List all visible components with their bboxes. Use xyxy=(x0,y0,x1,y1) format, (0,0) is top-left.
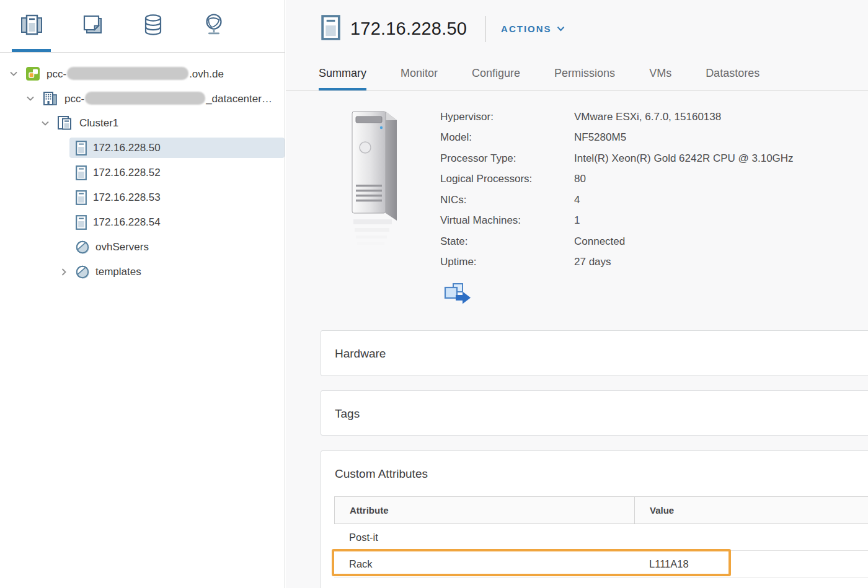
networking-tab[interactable] xyxy=(201,13,227,39)
spec-row: State:Connected xyxy=(440,231,794,252)
chevron-down-icon[interactable] xyxy=(8,68,19,79)
spec-row: Hypervisor:VMware ESXi, 6.7.0, 15160138 xyxy=(440,107,794,128)
spec-label: Logical Processors: xyxy=(440,173,574,185)
spec-row: Logical Processors:80 xyxy=(440,169,794,190)
spec-label: Uptime: xyxy=(440,256,574,268)
tree-item-templates[interactable]: templates xyxy=(0,260,285,284)
spec-label: State: xyxy=(440,235,574,248)
spec-value: 4 xyxy=(574,194,580,206)
tree-item-host-54[interactable]: 172.16.228.54 xyxy=(0,210,285,235)
chevron-right-icon[interactable] xyxy=(58,266,69,278)
table-header-row: Attribute Value xyxy=(334,496,868,524)
tree-item-label: 172.16.228.50 xyxy=(93,142,161,154)
tree-item-label: templates xyxy=(95,266,141,278)
chevron-down-icon[interactable] xyxy=(40,118,51,129)
vcenter-icon xyxy=(25,66,40,81)
host-icon xyxy=(76,141,87,156)
detail-pane: 172.16.228.50 ACTIONS Summary Monitor Co… xyxy=(286,0,868,588)
vms-and-templates-icon xyxy=(80,12,105,40)
inventory-tree: pcc-.ovh.de xyxy=(0,53,285,284)
column-header-value[interactable]: Value xyxy=(635,505,868,516)
tree-item-label: 172.16.228.52 xyxy=(93,167,161,179)
spec-row: NICs:4 xyxy=(440,190,794,211)
table-row-empty xyxy=(334,577,868,588)
spec-label: Hypervisor: xyxy=(440,111,574,123)
spec-value: 1 xyxy=(574,214,580,227)
tree-item-ovhservers[interactable]: ovhServers xyxy=(0,235,285,260)
hardware-panel-title: Hardware xyxy=(321,331,868,361)
tree-item-cluster[interactable]: Cluster1 xyxy=(0,111,285,136)
host-icon xyxy=(76,215,87,230)
value-cell: L111A18 xyxy=(634,558,868,570)
spec-label: Virtual Machines: xyxy=(440,214,574,227)
tab-monitor[interactable]: Monitor xyxy=(401,56,438,90)
vms-and-templates-tab[interactable] xyxy=(79,13,105,39)
spec-row: Model:NF5280M5 xyxy=(440,128,794,149)
tab-permissions[interactable]: Permissions xyxy=(554,56,615,90)
tree-item-label: 172.16.228.54 xyxy=(93,216,161,229)
header-divider xyxy=(485,16,486,42)
tab-datastores[interactable]: Datastores xyxy=(706,56,760,90)
custom-attributes-title: Custom Attributes xyxy=(321,451,868,481)
tree-item-label: ovhServers xyxy=(95,241,149,253)
spec-label: Processor Type: xyxy=(440,152,574,165)
redacted-text xyxy=(67,67,188,80)
tab-configure[interactable]: Configure xyxy=(472,56,520,90)
server-tower-image xyxy=(345,107,402,264)
resource-pool-icon xyxy=(76,265,89,279)
tree-item-label: Cluster1 xyxy=(79,117,118,129)
tree-item-label: 172.16.228.53 xyxy=(93,191,161,204)
tab-vms[interactable]: VMs xyxy=(649,56,671,90)
tree-item-host-52[interactable]: 172.16.228.52 xyxy=(0,160,285,185)
spec-value: Connected xyxy=(574,235,625,248)
object-header: 172.16.228.50 ACTIONS xyxy=(321,15,565,43)
resource-pool-icon xyxy=(76,240,89,254)
host-icon xyxy=(76,165,87,180)
vsphere-client-window: pcc-.ovh.de xyxy=(0,0,868,588)
spec-row: Processor Type:Intel(R) Xeon(R) Gold 624… xyxy=(440,148,794,169)
hosts-and-clusters-tab[interactable] xyxy=(19,13,45,39)
custom-attributes-table: Attribute Value Post-it Rack L111A18 xyxy=(334,496,868,588)
custom-attributes-panel: Custom Attributes Attribute Value Post-i… xyxy=(321,450,868,588)
spec-label: NICs: xyxy=(440,194,574,206)
actions-menu-button[interactable]: ACTIONS xyxy=(501,24,565,34)
spec-value: NF5280M5 xyxy=(574,131,626,144)
tree-item-host-50[interactable]: 172.16.228.50 xyxy=(0,136,285,160)
tab-summary[interactable]: Summary xyxy=(319,56,366,90)
host-icon xyxy=(321,15,340,43)
inventory-type-tabs xyxy=(0,0,285,53)
tags-panel[interactable]: Tags xyxy=(321,390,868,436)
spec-value: Intel(R) Xeon(R) Gold 6242R CPU @ 3.10GH… xyxy=(574,152,794,165)
spec-row: Uptime:27 days xyxy=(440,252,794,273)
column-header-attribute[interactable]: Attribute xyxy=(335,497,635,524)
tree-item-vcenter[interactable]: pcc-.ovh.de xyxy=(0,61,285,86)
spec-value: 27 days xyxy=(574,256,611,268)
redacted-text xyxy=(85,92,205,105)
tree-item-host-53[interactable]: 172.16.228.53 xyxy=(0,185,285,210)
attribute-cell: Rack xyxy=(334,558,634,570)
storage-tab[interactable] xyxy=(140,13,166,39)
cluster-icon xyxy=(57,115,73,131)
chevron-down-icon xyxy=(557,26,565,32)
active-inventory-tab-indicator xyxy=(12,49,51,52)
spec-row: Virtual Machines:1 xyxy=(440,211,794,232)
spec-value: 80 xyxy=(574,173,586,185)
attribute-cell: Post-it xyxy=(334,532,634,543)
host-icon xyxy=(76,190,87,205)
navigation-sidebar: pcc-.ovh.de xyxy=(0,0,285,588)
spec-value: VMware ESXi, 6.7.0, 15160138 xyxy=(574,111,721,123)
tree-item-label: pcc-_datacenter… xyxy=(64,92,272,105)
page-title: 172.16.228.50 xyxy=(350,19,467,39)
tree-item-datacenter[interactable]: pcc-_datacenter… xyxy=(0,86,285,111)
table-row-postit[interactable]: Post-it xyxy=(334,524,868,551)
host-summary-specs: Hypervisor:VMware ESXi, 6.7.0, 15160138 … xyxy=(440,107,794,273)
tree-item-label: pcc-.ovh.de xyxy=(46,67,224,81)
networking-icon xyxy=(202,12,226,40)
storage-icon xyxy=(141,12,166,40)
migrate-vms-icon[interactable] xyxy=(443,283,472,307)
chevron-down-icon[interactable] xyxy=(25,93,36,104)
hardware-panel[interactable]: Hardware xyxy=(321,330,868,376)
hosts-and-clusters-icon xyxy=(19,12,44,40)
datacenter-icon xyxy=(42,90,58,107)
table-row-rack[interactable]: Rack L111A18 xyxy=(334,551,868,577)
